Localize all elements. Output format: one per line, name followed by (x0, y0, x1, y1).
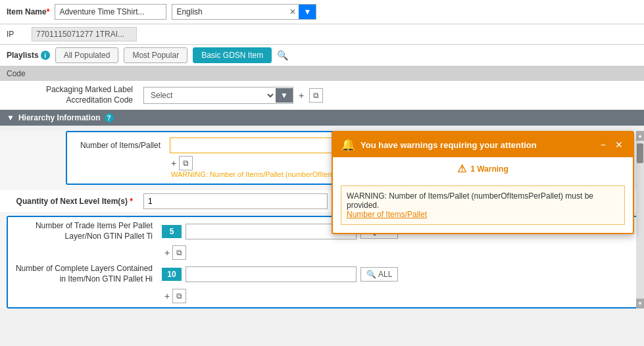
hierarchy-title: Hierarchy Information (18, 113, 101, 122)
language-input[interactable] (172, 5, 287, 19)
items-add-plus: + (171, 158, 176, 168)
hierarchy-collapse-arrow[interactable]: ▼ (7, 113, 14, 122)
warning-popup: 🔔 You have warnings requiring your atten… (332, 131, 634, 234)
trade-copy-button[interactable]: ⧉ (172, 245, 186, 260)
packaging-copy-button[interactable]: ⧉ (309, 88, 323, 103)
layers-add-row: + ⧉ (13, 289, 631, 303)
code-section-divider: Code (0, 66, 644, 81)
bell-icon: 🔔 (341, 137, 355, 152)
warning-triangle-icon: ⚠ (457, 162, 466, 175)
scroll-up-button[interactable]: ▲ (636, 131, 644, 141)
item-name-input[interactable] (55, 4, 166, 20)
layers-value: 10 (162, 268, 182, 281)
right-scrollbar: ▲ ▼ (636, 131, 644, 308)
warning-popup-header: 🔔 You have warnings requiring your atten… (333, 132, 633, 157)
layers-row: Number of Complete Layers Contained in I… (13, 264, 631, 284)
playlist-search-button[interactable]: 🔍 (277, 50, 288, 61)
packaging-plus-icon: + (299, 90, 304, 101)
quantity-required-star: * (130, 197, 133, 206)
packaging-select[interactable]: Select (144, 87, 276, 103)
trade-plus: + (164, 247, 170, 258)
warning-header-title: You have warnings requiring your attenti… (360, 140, 593, 150)
packaging-dropdown-arrow[interactable]: ▼ (276, 88, 293, 103)
layers-all-button[interactable]: 🔍 ALL (360, 267, 398, 282)
quantity-label: Quantity of Next Level Item(s) * (7, 197, 138, 206)
layers-label: Number of Complete Layers Contained in I… (13, 264, 158, 284)
layers-search-icon: 🔍 (366, 270, 376, 279)
language-select-wrap: ✕ ▼ (172, 4, 316, 20)
items-copy-button[interactable]: ⧉ (179, 156, 193, 170)
ip-row: IP 7701115071277 1TRAI... (0, 24, 644, 45)
trade-per-pallet-input[interactable] (186, 224, 357, 239)
warning-message-box: WARNING: Number of Items/Pallet (numberO… (341, 185, 625, 225)
quantity-label-text: Quantity of Next Level Item(s) (16, 197, 128, 206)
item-name-label: Item Name* (7, 7, 49, 16)
hierarchy-info-icon[interactable]: ? (105, 113, 114, 122)
language-clear-button[interactable]: ✕ (287, 7, 299, 16)
warning-count-text: 1 Warning (470, 164, 508, 174)
language-dropdown-button[interactable]: ▼ (299, 5, 316, 19)
layers-input[interactable] (186, 266, 357, 282)
warning-count-row: ⚠ 1 Warning (333, 157, 633, 180)
warning-body: WARNING: Number of Items/Pallet (numberO… (333, 180, 633, 233)
warning-minimize-button[interactable]: − (599, 139, 608, 150)
warning-link[interactable]: Number of Items/Pallet (347, 210, 427, 219)
items-per-pallet-input[interactable] (170, 137, 354, 153)
layers-plus: + (164, 291, 170, 301)
basic-gdsn-button[interactable]: Basic GDSN Item (193, 47, 272, 63)
packaging-select-wrap: Select ▼ (143, 87, 293, 104)
packaging-row: Packaging Marked Label Accreditation Cod… (0, 81, 644, 110)
quantity-input[interactable] (143, 193, 328, 209)
code-section-label: Code (7, 69, 26, 78)
ip-label: IP (7, 30, 26, 39)
hierarchy-header: ▼ Hierarchy Information ? (0, 110, 644, 126)
warning-message-text: WARNING: Number of Items/Pallet (numberO… (347, 191, 593, 210)
playlists-bar: Playlists i All Populated Most Popular B… (0, 45, 644, 66)
scroll-down-button[interactable]: ▼ (636, 299, 644, 309)
layers-copy-button[interactable]: ⧉ (172, 289, 186, 303)
required-star: * (47, 7, 50, 16)
packaging-label: Packaging Marked Label Accreditation Cod… (7, 85, 138, 105)
scroll-thumb[interactable] (637, 143, 643, 163)
layers-all-label: ALL (378, 270, 392, 279)
trade-add-row: + ⧉ (13, 245, 631, 260)
all-populated-button[interactable]: All Populated (55, 47, 119, 63)
top-bar: Item Name* ✕ ▼ (0, 0, 644, 24)
playlists-text: Playlists (7, 51, 39, 60)
most-popular-button[interactable]: Most Popular (124, 47, 187, 63)
main-content: Number of Items/Pallet 🔍 + ⧉ WARNING: Nu… (0, 131, 644, 308)
trade-per-pallet-value: 5 (162, 225, 182, 238)
ip-value: 7701115071277 1TRAI... (32, 27, 137, 41)
playlists-info-icon[interactable]: i (41, 51, 50, 60)
trade-per-pallet-label: Number of Trade Items Per Pallet Layer/N… (13, 221, 158, 241)
playlists-label: Playlists i (7, 51, 50, 60)
warning-close-button[interactable]: ✕ (613, 139, 625, 150)
label-text: Item Name (7, 7, 47, 16)
items-per-pallet-label: Number of Items/Pallet (72, 141, 164, 150)
